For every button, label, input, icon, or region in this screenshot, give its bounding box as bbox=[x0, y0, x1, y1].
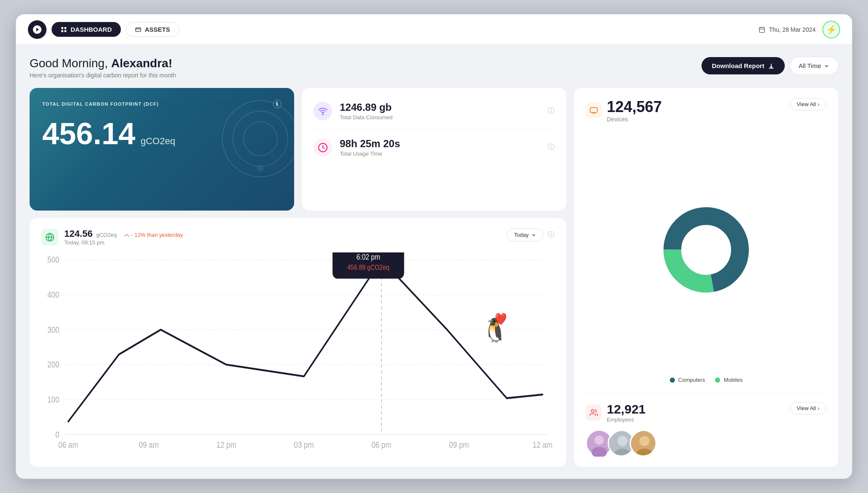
svg-text:500: 500 bbox=[47, 255, 59, 265]
nav-dashboard[interactable]: DASHBOARD bbox=[52, 22, 121, 37]
dcf-unit: gCO2eq bbox=[141, 136, 175, 146]
svg-point-11 bbox=[322, 114, 323, 115]
svg-text:03 pm: 03 pm bbox=[294, 440, 314, 450]
devices-label: Devices bbox=[607, 116, 662, 123]
app-window: DASHBOARD ASSETS Thu, 28 Mar 2024 ⚡ Good… bbox=[16, 14, 852, 479]
chart-value: 124.56 bbox=[64, 228, 93, 239]
svg-rect-0 bbox=[61, 27, 63, 29]
greeting-section: Good Morning, Alexandra! Here's organisa… bbox=[30, 57, 176, 79]
logo-button[interactable] bbox=[28, 20, 46, 39]
header-row: Good Morning, Alexandra! Here's organisa… bbox=[30, 57, 838, 79]
line-chart-svg: 500 400 300 200 100 0 bbox=[41, 252, 554, 457]
greeting-subtitle: Here's organisation's digital carbon rep… bbox=[30, 72, 176, 79]
employees-section: 12,921 Employees View All › bbox=[586, 393, 827, 457]
svg-text:100: 100 bbox=[47, 395, 59, 405]
wifi-icon bbox=[314, 102, 332, 121]
svg-rect-3 bbox=[64, 30, 66, 32]
download-report-button[interactable]: Download Report bbox=[701, 57, 784, 74]
svg-point-16 bbox=[682, 225, 731, 274]
svg-point-17 bbox=[591, 409, 594, 412]
svg-point-19 bbox=[595, 435, 604, 445]
svg-rect-1 bbox=[64, 27, 66, 29]
svg-text:06 pm: 06 pm bbox=[371, 440, 391, 450]
devices-view-all-button[interactable]: View All › bbox=[789, 98, 827, 110]
svg-rect-5 bbox=[759, 27, 764, 32]
svg-text:0: 0 bbox=[55, 430, 59, 440]
main-content: Good Morning, Alexandra! Here's organisa… bbox=[16, 45, 852, 479]
svg-rect-13 bbox=[590, 107, 598, 112]
chart-unit: gCO2eq bbox=[96, 232, 117, 238]
svg-text:456.89 gCO2eq: 456.89 gCO2eq bbox=[347, 263, 390, 271]
topbar-right: Thu, 28 Mar 2024 ⚡ bbox=[759, 21, 840, 38]
legend-mobiles: Mobiles bbox=[715, 377, 742, 383]
chart-globe-icon bbox=[41, 229, 58, 246]
chart-today-button[interactable]: Today bbox=[507, 228, 543, 241]
svg-text:300: 300 bbox=[47, 325, 59, 334]
dcf-card: TOTAL DIGITAL CARBON FOOTPRINT (DCF) ℹ 4… bbox=[30, 88, 294, 211]
header-actions: Download Report All Time bbox=[701, 57, 838, 75]
topbar-left: DASHBOARD ASSETS bbox=[28, 20, 759, 39]
svg-text:12 pm: 12 pm bbox=[216, 440, 236, 450]
dashboard-grid: TOTAL DIGITAL CARBON FOOTPRINT (DCF) ℹ 4… bbox=[30, 88, 838, 467]
svg-point-10 bbox=[272, 154, 274, 157]
devices-icon bbox=[586, 102, 602, 118]
dcf-value: 456.14 bbox=[42, 117, 135, 151]
metrics-card: 1246.89 gb Total Data Consumed ⓘ 98h 25m… bbox=[302, 88, 566, 211]
avatar-3 bbox=[630, 430, 657, 457]
svg-rect-4 bbox=[136, 28, 141, 32]
svg-point-25 bbox=[639, 436, 650, 446]
devices-header: 124,567 Devices View All › bbox=[586, 98, 827, 123]
donut-chart bbox=[586, 134, 827, 365]
chart-change: - 12% than yesterday bbox=[124, 232, 183, 238]
data-consumed-value: 1246.89 gb bbox=[340, 101, 393, 113]
notification-button[interactable]: ⚡ bbox=[822, 21, 840, 38]
chart-subtitle: Today, 09:15 pm bbox=[64, 239, 183, 246]
usage-time-info-icon[interactable]: ⓘ bbox=[548, 143, 554, 152]
date-text: Thu, 28 Mar 2024 bbox=[769, 26, 816, 33]
svg-point-9 bbox=[257, 165, 264, 172]
legend-computers: Computers bbox=[670, 377, 705, 383]
dcf-info-icon[interactable]: ℹ bbox=[273, 100, 281, 108]
date-display: Thu, 28 Mar 2024 bbox=[759, 26, 816, 33]
donut-legend: Computers Mobiles bbox=[586, 377, 827, 383]
greeting-title: Good Morning, Alexandra! bbox=[30, 57, 176, 70]
devices-card: 124,567 Devices View All › bbox=[574, 88, 838, 467]
nav-assets[interactable]: ASSETS bbox=[126, 22, 179, 37]
usage-time-row: 98h 25m 20s Total Usage Time ⓘ bbox=[314, 129, 554, 165]
alltime-filter-button[interactable]: All Time bbox=[790, 57, 838, 75]
svg-text:09 am: 09 am bbox=[139, 440, 159, 450]
chart-info-icon[interactable]: ⓘ bbox=[548, 230, 554, 239]
clock-icon bbox=[314, 138, 332, 157]
svg-text:06 am: 06 am bbox=[58, 440, 78, 450]
svg-rect-2 bbox=[61, 30, 63, 32]
usage-time-label: Total Usage Time bbox=[340, 151, 400, 157]
topbar: DASHBOARD ASSETS Thu, 28 Mar 2024 ⚡ bbox=[16, 14, 852, 45]
svg-text:❤️: ❤️ bbox=[495, 312, 507, 326]
svg-text:12 am: 12 am bbox=[532, 440, 552, 450]
svg-text:400: 400 bbox=[47, 290, 59, 300]
data-consumed-row: 1246.89 gb Total Data Consumed ⓘ bbox=[314, 98, 554, 129]
employees-label: Employees bbox=[607, 416, 646, 423]
employees-icon bbox=[586, 405, 602, 421]
svg-text:09 pm: 09 pm bbox=[449, 440, 469, 450]
svg-point-22 bbox=[617, 436, 628, 446]
employees-view-all-button[interactable]: View All › bbox=[789, 402, 827, 414]
usage-time-value: 98h 25m 20s bbox=[340, 138, 400, 150]
chart-area: 500 400 300 200 100 0 bbox=[41, 252, 554, 457]
devices-count: 124,567 bbox=[607, 98, 662, 116]
data-consumed-label: Total Data Consumed bbox=[340, 114, 393, 121]
data-consumed-info-icon[interactable]: ⓘ bbox=[548, 107, 554, 115]
svg-text:200: 200 bbox=[47, 360, 59, 370]
avatars-row bbox=[586, 430, 827, 457]
employees-count: 12,921 bbox=[607, 402, 646, 416]
svg-text:6:02 pm: 6:02 pm bbox=[357, 252, 380, 262]
chart-card: 124.56 gCO2eq - 12% than yesterday Today… bbox=[30, 218, 566, 467]
dcf-label: TOTAL DIGITAL CARBON FOOTPRINT (DCF) ℹ bbox=[42, 100, 281, 108]
